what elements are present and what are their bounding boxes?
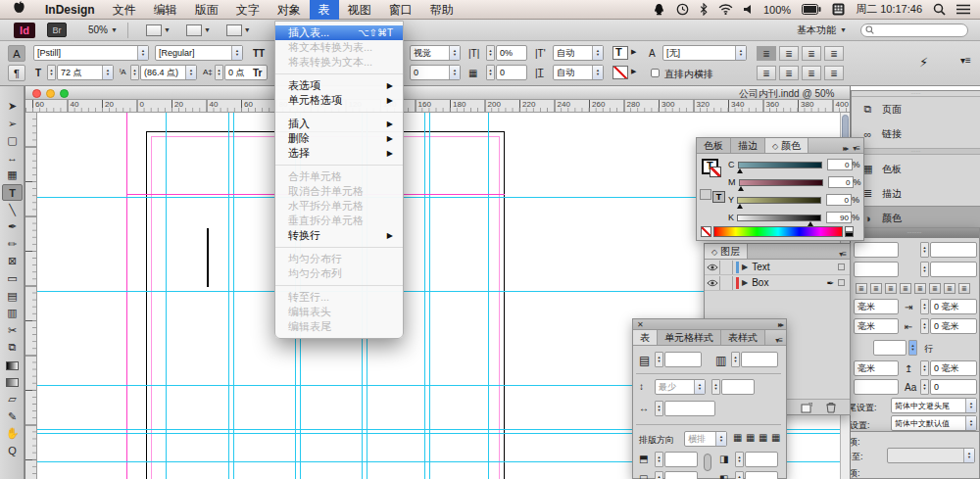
dock-item-描边[interactable]: ≣描边 (852, 181, 980, 206)
menu-item-插入[interactable]: 插入▶ (275, 117, 403, 131)
free-transform-tool[interactable]: ⧉ (2, 339, 23, 356)
pen-tool[interactable]: ✒ (2, 218, 23, 235)
row-height-stepper[interactable]: ▲▼ (711, 379, 720, 395)
para-value-field[interactable] (930, 262, 977, 277)
paragraph-align-mini-button[interactable]: ≣ (900, 283, 911, 294)
para-value-field[interactable]: 0 (930, 379, 977, 395)
layer-lock-cell[interactable] (720, 276, 733, 290)
align-button-1[interactable]: ≣ (779, 46, 799, 61)
menu-item-转换行[interactable]: 转换行▶ (275, 228, 403, 243)
para-stepper[interactable]: ▲▼ (920, 379, 929, 395)
layers-panel-menu-icon[interactable]: ▾≡ (839, 250, 850, 259)
paragraph-align-mini-button[interactable]: ≣ (958, 283, 970, 294)
content-collector-tool[interactable]: ▦ (2, 167, 23, 183)
layer-row-Box[interactable]: ▶Box✒ (705, 275, 850, 291)
menu-item-插入表[interactable]: 插入表...⌥⇧⌘T (275, 25, 403, 40)
text-stroke-proxy[interactable] (710, 167, 721, 177)
para-stepper[interactable]: ▲▼ (920, 242, 929, 258)
slider-value-K[interactable]: 90 (826, 212, 852, 223)
title-case-button[interactable]: Tr (253, 68, 262, 78)
apple-menu-icon[interactable] (0, 0, 36, 20)
tatechuyoko-checkbox[interactable] (651, 69, 660, 77)
layer-row-Text[interactable]: ▶Text (705, 260, 850, 275)
frame-tool[interactable]: ⊠ (2, 253, 23, 269)
link-insets-icon[interactable] (704, 454, 711, 471)
menubar-item-编辑[interactable]: 编辑 (145, 0, 186, 20)
para-stepper[interactable]: ▲▼ (920, 262, 929, 277)
slider-thumb-Y[interactable] (737, 204, 743, 209)
direct-selection-tool[interactable]: ➢ (2, 116, 23, 132)
close-panel-icon[interactable]: ✕ (637, 320, 644, 329)
column-guide[interactable] (233, 113, 234, 479)
align-button-3[interactable]: ≣ (824, 46, 844, 61)
dock-item-页面[interactable]: ⧉页面 (852, 97, 980, 121)
slider-track-C[interactable] (738, 162, 822, 168)
bluetooth-icon[interactable] (700, 3, 708, 16)
vertical-grid-tool[interactable]: ▥ (2, 305, 23, 321)
para-value-field[interactable]: 0 毫米 (930, 318, 977, 334)
menubar-clock[interactable]: 周二 10:17:46 (856, 2, 922, 17)
color-spectrum-bar[interactable] (713, 226, 843, 237)
menubar-item-版面[interactable]: 版面 (186, 0, 227, 20)
gap-tool[interactable]: ↔ (2, 150, 23, 167)
align-button-2[interactable]: ≣ (802, 46, 821, 61)
dropcap-lines-field[interactable] (873, 340, 906, 356)
table-panel-menu-icon[interactable]: ▾≡ (775, 336, 786, 345)
new-layer-icon[interactable] (801, 403, 812, 413)
visibility-eye-icon[interactable] (705, 261, 720, 274)
column-guide[interactable] (424, 113, 425, 479)
para-stepper[interactable]: ▲▼ (920, 360, 929, 376)
align-top-grid-icon[interactable]: ▦ (733, 432, 742, 443)
note-tool[interactable]: ▱ (2, 391, 23, 407)
table-columns-stepper[interactable]: ▲▼ (731, 352, 740, 367)
black-swatch[interactable] (845, 232, 854, 238)
eyedropper-tool[interactable]: ✎ (2, 408, 23, 425)
qq-icon[interactable] (653, 3, 665, 16)
align-button-5[interactable]: ≣ (779, 66, 799, 80)
lightning-icon[interactable]: ⚡ (919, 55, 928, 70)
menubar-item-文字[interactable]: 文字 (227, 0, 269, 20)
menu-item-删除[interactable]: 删除▶ (275, 131, 403, 146)
para-unit-field[interactable]: 毫米 (854, 318, 899, 334)
stroke-flyout-arrow-icon[interactable]: ▶ (631, 68, 636, 75)
table-columns-field[interactable] (741, 352, 778, 367)
align-button-6[interactable]: ≣ (802, 66, 821, 80)
slider-thumb-K[interactable] (808, 221, 813, 226)
slider-track-K[interactable] (737, 215, 821, 221)
inset-right-field[interactable] (745, 452, 778, 467)
font-family-combo[interactable]: [Pstill]▲▼ (33, 45, 149, 61)
container-affects-button[interactable] (700, 189, 711, 200)
tab-color[interactable]: ◇ 颜色 (765, 138, 808, 153)
para-stepper[interactable]: ▲▼ (920, 299, 929, 314)
align-justify-grid-icon[interactable]: ▦ (771, 432, 780, 443)
page-tool[interactable]: ▢ (2, 132, 23, 149)
row-height-field[interactable] (721, 379, 755, 395)
inset-bottom-stepper[interactable]: ▲▼ (655, 471, 663, 479)
dock-item-链接[interactable]: ∞链接 (852, 121, 980, 146)
zoom-tool[interactable]: Q (2, 443, 23, 459)
wifi-icon[interactable] (718, 4, 733, 15)
vertical-ruler[interactable] (25, 113, 37, 479)
battery-icon[interactable] (802, 4, 821, 15)
menubar-item-帮助[interactable]: 帮助 (421, 0, 463, 20)
column-guide[interactable] (429, 113, 430, 479)
table-rows-stepper[interactable]: ▲▼ (655, 352, 663, 367)
layer-name[interactable]: Box (752, 277, 768, 288)
zoom-level-combo[interactable]: 50%▼ (88, 24, 118, 35)
paragraph-align-mini-button[interactable]: ≣ (870, 283, 882, 294)
volume-icon[interactable] (744, 4, 753, 15)
menubar-item-文件[interactable]: 文件 (104, 0, 145, 20)
paragraph-align-mini-button[interactable]: ≣ (914, 283, 926, 294)
paragraph-formatting-button[interactable]: ¶ (8, 65, 25, 81)
menubar-item-窗口[interactable]: 窗口 (380, 0, 421, 20)
wrap-to-combo[interactable]: ▲▼ (887, 448, 975, 463)
slider-value-M[interactable]: 0 (828, 176, 854, 188)
table-panel-collapse-icon[interactable]: ▸▸ (778, 320, 782, 329)
para-unit-field[interactable] (854, 242, 899, 258)
none-swatch[interactable] (701, 226, 711, 237)
layer-expand-icon[interactable]: ▶ (742, 278, 748, 287)
layer-target-square[interactable] (838, 279, 845, 286)
table-rows-field[interactable] (664, 352, 702, 367)
view-options-button[interactable]: ▼ (146, 24, 171, 36)
inset-left-field[interactable] (745, 471, 778, 479)
